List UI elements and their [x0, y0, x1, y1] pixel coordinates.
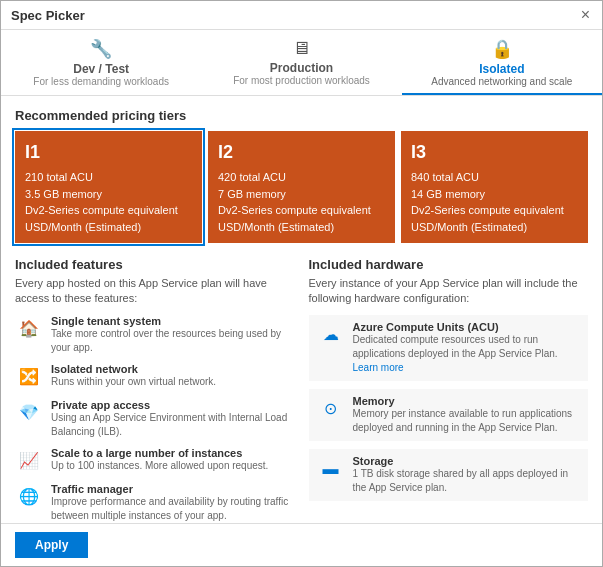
- tab-dev-test-sublabel: For less demanding workloads: [33, 76, 169, 87]
- tab-dev-test-label: Dev / Test: [73, 62, 129, 76]
- tier-I2-line4: USD/Month (Estimated): [218, 219, 385, 236]
- hw-item-2: ▬ Storage 1 TB disk storage shared by al…: [309, 449, 589, 501]
- isolated-network-icon: 🔀: [15, 363, 43, 391]
- tier-I2-line3: Dv2-Series compute equivalent: [218, 202, 385, 219]
- feature-item-4: 🌐 Traffic manager Improve performance an…: [15, 483, 295, 523]
- tier-I3-badge: I3: [411, 139, 578, 166]
- close-button[interactable]: ×: [579, 7, 592, 23]
- feature-4-desc: Improve performance and availability by …: [51, 495, 295, 523]
- tier-I3-line2: 14 GB memory: [411, 186, 578, 203]
- pricing-tiers: I1 210 total ACU 3.5 GB memory Dv2-Serie…: [15, 131, 588, 243]
- apply-button[interactable]: Apply: [15, 532, 88, 558]
- title-bar: Spec Picker ×: [1, 1, 602, 30]
- main-content: Recommended pricing tiers I1 210 total A…: [1, 96, 602, 523]
- tier-card-I2[interactable]: I2 420 total ACU 7 GB memory Dv2-Series …: [208, 131, 395, 243]
- included-features-col: Included features Every app hosted on th…: [15, 257, 295, 523]
- feature-1-name: Isolated network: [51, 363, 216, 375]
- tier-I3-line3: Dv2-Series compute equivalent: [411, 202, 578, 219]
- feature-2-name: Private app access: [51, 399, 295, 411]
- tier-I1-line3: Dv2-Series compute equivalent: [25, 202, 192, 219]
- tab-isolated-label: Isolated: [479, 62, 524, 76]
- feature-4-name: Traffic manager: [51, 483, 295, 495]
- tab-production-sublabel: For most production workloads: [233, 75, 370, 86]
- hw-item-1: ⊙ Memory Memory per instance available t…: [309, 389, 589, 441]
- footer: Apply: [1, 523, 602, 566]
- memory-icon: ⊙: [317, 395, 345, 423]
- tab-production-label: Production: [270, 61, 333, 75]
- tier-card-I1[interactable]: I1 210 total ACU 3.5 GB memory Dv2-Serie…: [15, 131, 202, 243]
- feature-item-0: 🏠 Single tenant system Take more control…: [15, 315, 295, 355]
- two-col-section: Included features Every app hosted on th…: [15, 257, 588, 523]
- tier-I1-badge: I1: [25, 139, 192, 166]
- feature-item-2: 💎 Private app access Using an App Servic…: [15, 399, 295, 439]
- feature-3-name: Scale to a large number of instances: [51, 447, 268, 459]
- included-hardware-col: Included hardware Every instance of your…: [309, 257, 589, 523]
- isolated-icon: 🔒: [491, 38, 513, 60]
- tabs-container: 🔧 Dev / Test For less demanding workload…: [1, 30, 602, 96]
- spec-picker-window: Spec Picker × 🔧 Dev / Test For less dema…: [0, 0, 603, 567]
- window-title: Spec Picker: [11, 8, 85, 23]
- recommended-section-title: Recommended pricing tiers: [15, 108, 588, 123]
- traffic-manager-icon: 🌐: [15, 483, 43, 511]
- hw-1-name: Memory: [353, 395, 581, 407]
- tier-card-I3[interactable]: I3 840 total ACU 14 GB memory Dv2-Series…: [401, 131, 588, 243]
- feature-item-3: 📈 Scale to a large number of instances U…: [15, 447, 295, 475]
- features-description: Every app hosted on this App Service pla…: [15, 276, 295, 307]
- production-icon: 🖥: [292, 38, 310, 59]
- tier-I1-line2: 3.5 GB memory: [25, 186, 192, 203]
- tab-production[interactable]: 🖥 Production For most production workloa…: [201, 30, 401, 95]
- hardware-title: Included hardware: [309, 257, 589, 272]
- hw-item-0: ☁ Azure Compute Units (ACU) Dedicated co…: [309, 315, 589, 381]
- storage-icon: ▬: [317, 455, 345, 483]
- tier-I2-badge: I2: [218, 139, 385, 166]
- tier-I1-line4: USD/Month (Estimated): [25, 219, 192, 236]
- hw-1-desc: Memory per instance available to run app…: [353, 407, 581, 435]
- single-tenant-icon: 🏠: [15, 315, 43, 343]
- hw-0-name: Azure Compute Units (ACU): [353, 321, 581, 333]
- tier-I1-line1: 210 total ACU: [25, 169, 192, 186]
- hw-2-name: Storage: [353, 455, 581, 467]
- features-title: Included features: [15, 257, 295, 272]
- tier-I2-line2: 7 GB memory: [218, 186, 385, 203]
- tab-isolated-sublabel: Advanced networking and scale: [431, 76, 572, 87]
- scale-icon: 📈: [15, 447, 43, 475]
- feature-item-1: 🔀 Isolated network Runs within your own …: [15, 363, 295, 391]
- hw-2-desc: 1 TB disk storage shared by all apps dep…: [353, 467, 581, 495]
- tier-I3-line4: USD/Month (Estimated): [411, 219, 578, 236]
- acu-icon: ☁: [317, 321, 345, 349]
- feature-2-desc: Using an App Service Environment with In…: [51, 411, 295, 439]
- hw-0-desc: Dedicated compute resources used to run …: [353, 333, 581, 375]
- feature-0-desc: Take more control over the resources bei…: [51, 327, 295, 355]
- hardware-description: Every instance of your App Service plan …: [309, 276, 589, 307]
- tier-I3-line1: 840 total ACU: [411, 169, 578, 186]
- tab-isolated[interactable]: 🔒 Isolated Advanced networking and scale: [402, 30, 602, 95]
- tab-dev-test[interactable]: 🔧 Dev / Test For less demanding workload…: [1, 30, 201, 95]
- feature-3-desc: Up to 100 instances. More allowed upon r…: [51, 459, 268, 473]
- dev-test-icon: 🔧: [90, 38, 112, 60]
- tier-I2-line1: 420 total ACU: [218, 169, 385, 186]
- feature-1-desc: Runs within your own virtual network.: [51, 375, 216, 389]
- learn-more-link[interactable]: Learn more: [353, 362, 404, 373]
- feature-0-name: Single tenant system: [51, 315, 295, 327]
- private-app-icon: 💎: [15, 399, 43, 427]
